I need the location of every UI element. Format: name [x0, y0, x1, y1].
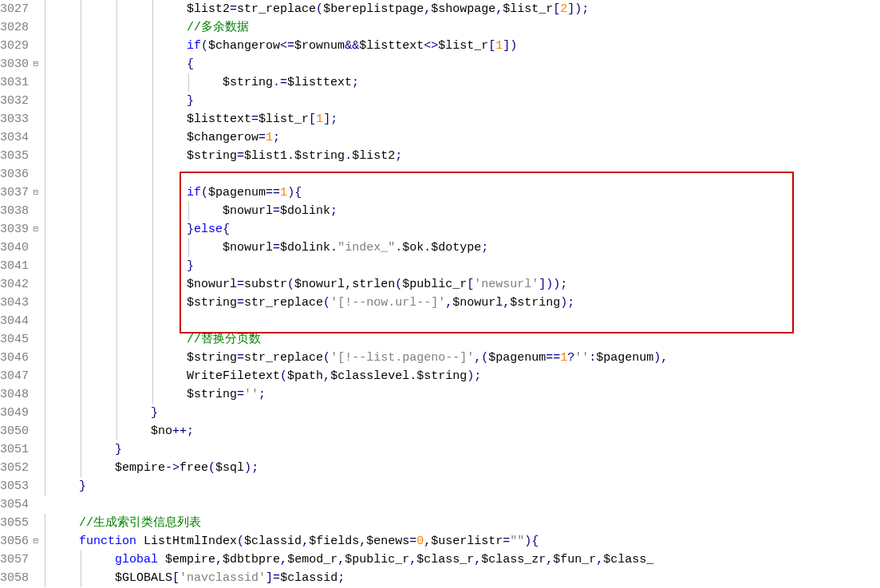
line-number: 3043: [0, 294, 40, 312]
indent-guide: [116, 275, 117, 294]
line-number: 3042: [0, 275, 40, 294]
code-line[interactable]: [43, 495, 880, 514]
code-line[interactable]: }: [43, 92, 880, 110]
indent-guide: [81, 37, 81, 55]
code-area[interactable]: $list2=str_replace($bereplistpage,$showp…: [43, 0, 880, 587]
indent-guide: [152, 73, 153, 92]
code-line[interactable]: //生成索引类信息列表: [43, 514, 880, 532]
code-line[interactable]: $listtext=$list_r[1];: [43, 110, 880, 128]
indent-guide: [45, 551, 45, 569]
code-line[interactable]: $string=str_replace('[!--now.url--]',$no…: [43, 294, 880, 312]
indent-guide: [116, 202, 117, 220]
line-number: 3036: [0, 165, 40, 184]
indent-guide: [81, 349, 81, 367]
code-line[interactable]: $GLOBALS['navclassid']=$classid;: [43, 569, 880, 587]
indent-guide: [116, 312, 117, 330]
code-line[interactable]: }: [43, 257, 880, 275]
code-line[interactable]: $nowurl=substr($nowurl,strlen($public_r[…: [43, 275, 880, 294]
line-number: 3034: [0, 128, 40, 147]
line-number: 3044: [0, 312, 40, 330]
code-line[interactable]: $string.=$listtext;: [43, 73, 880, 92]
indent-guide: [81, 422, 81, 440]
code-line[interactable]: $changerow=1;: [43, 128, 880, 147]
indent-guide: [45, 294, 45, 312]
indent-guide: [152, 147, 153, 165]
code-line[interactable]: if($changerow<=$rownum&&$listtext<>$list…: [43, 37, 880, 55]
indent-guide: [81, 202, 81, 220]
line-number: 3048: [0, 385, 40, 404]
code-line[interactable]: $empire->free($sql);: [43, 459, 880, 477]
indent-guide: [188, 239, 189, 257]
indent-guide: [116, 349, 117, 367]
code-line[interactable]: [43, 165, 880, 184]
fold-marker[interactable]: ⊟: [30, 220, 38, 239]
indent-guide: [45, 0, 45, 18]
code-line[interactable]: $no++;: [43, 422, 880, 440]
line-number: 3033: [0, 110, 40, 128]
line-number: 3038: [0, 202, 40, 220]
code-line[interactable]: //多余数据: [43, 18, 880, 37]
code-line[interactable]: }: [43, 477, 880, 495]
indent-guide: [152, 165, 153, 184]
indent-guide: [152, 110, 153, 128]
line-number: 3040: [0, 239, 40, 257]
line-number: 3053: [0, 477, 40, 495]
indent-guide: [152, 128, 153, 147]
indent-guide: [45, 257, 45, 275]
indent-guide: [116, 367, 117, 385]
line-number: 3058: [0, 569, 40, 587]
code-line[interactable]: if($pagenum==1){: [43, 184, 880, 202]
line-number: 3039⊟: [0, 220, 40, 239]
indent-guide: [152, 275, 153, 294]
line-number: 3049: [0, 404, 40, 422]
indent-guide: [81, 73, 81, 92]
code-line[interactable]: $string='';: [43, 385, 880, 404]
indent-guide: [116, 128, 117, 147]
code-line[interactable]: $string=str_replace('[!--list.pageno--]'…: [43, 349, 880, 367]
indent-guide: [45, 220, 45, 239]
code-line[interactable]: $nowurl=$dolink."index_".$ok.$dotype;: [43, 239, 880, 257]
code-line[interactable]: [43, 312, 880, 330]
code-line[interactable]: //替换分页数: [43, 330, 880, 349]
indent-guide: [81, 569, 81, 587]
indent-guide: [152, 202, 153, 220]
indent-guide: [45, 459, 45, 477]
indent-guide: [152, 55, 153, 73]
indent-guide: [152, 385, 153, 404]
code-line[interactable]: function ListHtmlIndex($classid,$fields,…: [43, 532, 880, 551]
indent-guide: [45, 275, 45, 294]
fold-marker[interactable]: ⊟: [30, 55, 38, 73]
indent-guide: [45, 477, 45, 495]
code-line[interactable]: }else{: [43, 220, 880, 239]
code-line[interactable]: WriteFiletext($path,$classlevel.$string)…: [43, 367, 880, 385]
indent-guide: [152, 330, 153, 349]
indent-guide: [116, 239, 117, 257]
indent-guide: [45, 239, 45, 257]
fold-marker[interactable]: ⊟: [30, 184, 38, 202]
indent-guide: [45, 569, 45, 587]
code-line[interactable]: $list2=str_replace($bereplistpage,$showp…: [43, 0, 880, 18]
indent-guide: [45, 110, 45, 128]
fold-marker[interactable]: ⊟: [30, 532, 38, 551]
indent-guide: [116, 220, 117, 239]
line-number: 3051: [0, 440, 40, 459]
code-line[interactable]: }: [43, 440, 880, 459]
indent-guide: [116, 184, 117, 202]
indent-guide: [45, 312, 45, 330]
indent-guide: [81, 385, 81, 404]
indent-guide: [45, 128, 45, 147]
code-line[interactable]: }: [43, 404, 880, 422]
line-number: 3027: [0, 0, 40, 18]
code-line[interactable]: $string=$list1.$string.$list2;: [43, 147, 880, 165]
line-number: 3052: [0, 459, 40, 477]
code-line[interactable]: global $empire,$dbtbpre,$emod_r,$public_…: [43, 551, 880, 569]
code-line[interactable]: {: [43, 55, 880, 73]
indent-guide: [116, 18, 117, 37]
indent-guide: [45, 532, 45, 551]
indent-guide: [45, 349, 45, 367]
indent-guide: [45, 37, 45, 55]
line-number-gutter: 3027302830293030⊟30313032303330343035303…: [0, 0, 43, 587]
indent-guide: [116, 330, 117, 349]
indent-guide: [152, 257, 153, 275]
code-line[interactable]: $nowurl=$dolink;: [43, 202, 880, 220]
